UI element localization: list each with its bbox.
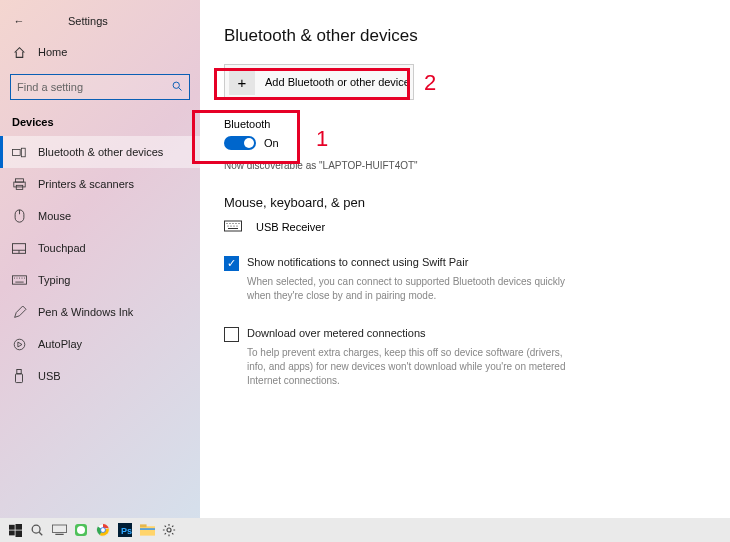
mouse-icon [10, 209, 28, 223]
taskbar-app-settings[interactable] [158, 520, 180, 540]
svg-point-28 [238, 223, 239, 224]
sidebar-item-touchpad[interactable]: Touchpad [0, 232, 200, 264]
device-usb-receiver[interactable]: USB Receiver [224, 220, 706, 234]
swift-pair-checkbox[interactable] [224, 256, 239, 271]
svg-point-32 [236, 225, 237, 226]
taskbar-app-photoshop[interactable]: Ps [114, 520, 136, 540]
svg-point-0 [173, 82, 179, 88]
swift-pair-label: Show notifications to connect using Swif… [247, 256, 468, 268]
search-box[interactable] [10, 74, 190, 100]
taskbar-app-explorer[interactable] [136, 520, 158, 540]
metered-label: Download over metered connections [247, 327, 426, 339]
keyboard-device-icon [224, 220, 246, 234]
svg-rect-34 [15, 524, 22, 530]
usb-icon [10, 369, 28, 383]
taskbar: Ps [0, 518, 730, 542]
swift-pair-help: When selected, you can connect to suppor… [247, 275, 567, 303]
svg-rect-22 [225, 221, 242, 231]
sidebar: ← Settings Home Devices Bluetooth & othe… [0, 0, 200, 525]
taskbar-app-chrome[interactable] [92, 520, 114, 540]
svg-rect-33 [9, 524, 15, 529]
sidebar-item-label: Mouse [38, 210, 71, 222]
back-icon[interactable]: ← [10, 15, 28, 27]
sidebar-item-mouse[interactable]: Mouse [0, 200, 200, 232]
svg-point-30 [230, 225, 231, 226]
svg-point-15 [16, 277, 17, 278]
sidebar-item-label: Typing [38, 274, 70, 286]
sidebar-item-printers[interactable]: Printers & scanners [0, 168, 200, 200]
svg-rect-50 [140, 528, 155, 530]
sidebar-item-usb[interactable]: USB [0, 360, 200, 392]
sidebar-item-label: Pen & Windows Ink [38, 306, 133, 318]
svg-rect-36 [15, 530, 22, 537]
printer-icon [10, 178, 28, 191]
metered-help: To help prevent extra charges, keep this… [247, 346, 567, 388]
main-content: Bluetooth & other devices + Add Bluetoot… [200, 0, 730, 525]
svg-rect-5 [13, 182, 24, 187]
svg-rect-4 [15, 178, 23, 181]
page-title: Bluetooth & other devices [224, 26, 706, 46]
sidebar-item-label: Touchpad [38, 242, 86, 254]
discoverable-text: Now discoverable as "LAPTOP-HUIFT4OT" [224, 160, 706, 171]
svg-rect-35 [9, 530, 15, 535]
taskbar-search-icon[interactable] [26, 520, 48, 540]
sidebar-item-bluetooth[interactable]: Bluetooth & other devices [0, 136, 200, 168]
svg-rect-21 [16, 374, 23, 383]
touchpad-icon [10, 243, 28, 254]
svg-line-1 [179, 88, 182, 91]
keyboard-icon [10, 275, 28, 285]
sidebar-item-label: Printers & scanners [38, 178, 134, 190]
sidebar-item-autoplay[interactable]: AutoPlay [0, 328, 200, 360]
svg-point-29 [227, 225, 228, 226]
home-label: Home [38, 46, 67, 58]
svg-rect-3 [21, 148, 25, 157]
svg-rect-12 [12, 276, 26, 284]
svg-point-18 [24, 277, 25, 278]
search-icon [171, 78, 183, 96]
taskbar-app-line[interactable] [70, 520, 92, 540]
devices-section-label: Devices [0, 110, 200, 136]
sidebar-item-label: AutoPlay [38, 338, 82, 350]
svg-rect-2 [12, 149, 20, 155]
plus-icon: + [229, 69, 255, 95]
taskbar-task-view-icon[interactable] [48, 520, 70, 540]
svg-point-19 [14, 339, 25, 350]
svg-text:Ps: Ps [121, 526, 132, 536]
devices-icon [10, 147, 28, 158]
settings-title: Settings [38, 15, 108, 27]
svg-point-37 [32, 525, 40, 533]
svg-point-31 [233, 225, 234, 226]
autoplay-icon [10, 338, 28, 351]
header-row: ← Settings [0, 6, 200, 36]
svg-point-45 [101, 528, 105, 532]
svg-rect-20 [17, 369, 21, 373]
bluetooth-state: On [264, 137, 279, 149]
metered-checkbox[interactable] [224, 327, 239, 342]
bluetooth-label: Bluetooth [224, 118, 706, 130]
sidebar-item-pen[interactable]: Pen & Windows Ink [0, 296, 200, 328]
sidebar-home[interactable]: Home [0, 36, 200, 68]
start-button[interactable] [4, 520, 26, 540]
svg-line-38 [39, 532, 42, 535]
add-device-label: Add Bluetooth or other device [265, 76, 410, 88]
svg-point-42 [77, 526, 85, 534]
svg-point-14 [14, 277, 15, 278]
sidebar-item-label: Bluetooth & other devices [38, 146, 163, 158]
svg-point-26 [232, 223, 233, 224]
device-label: USB Receiver [256, 221, 325, 233]
section-mkp: Mouse, keyboard, & pen [224, 195, 706, 210]
svg-point-16 [19, 277, 20, 278]
search-input[interactable] [17, 81, 171, 93]
svg-rect-39 [52, 525, 66, 533]
sidebar-item-typing[interactable]: Typing [0, 264, 200, 296]
bluetooth-toggle[interactable] [224, 136, 256, 150]
sidebar-item-label: USB [38, 370, 61, 382]
svg-point-25 [229, 223, 230, 224]
pen-icon [10, 306, 28, 319]
home-icon [10, 46, 28, 59]
add-device-button[interactable]: + Add Bluetooth or other device [224, 64, 414, 100]
svg-point-51 [167, 528, 171, 532]
svg-point-24 [226, 223, 227, 224]
svg-rect-49 [140, 524, 147, 527]
svg-rect-40 [55, 534, 63, 535]
